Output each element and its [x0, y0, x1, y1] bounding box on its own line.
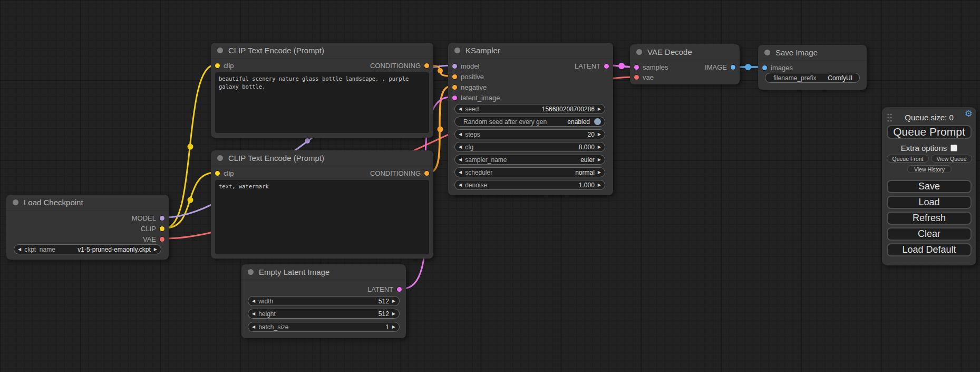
node-empty-latent-image[interactable]: Empty Latent Image LATENT ◀ width 512 ▶ … — [241, 264, 406, 338]
left-arrow-icon[interactable]: ◀ — [252, 312, 255, 316]
right-arrow-icon[interactable]: ▶ — [154, 247, 157, 252]
node-title-bar[interactable]: CLIP Text Encode (Prompt) — [211, 43, 433, 59]
node-title-bar[interactable]: Save Image — [758, 45, 867, 61]
node-vae-decode[interactable]: VAE Decode samples IMAGE vae — [630, 44, 740, 84]
collapse-dot-icon[interactable] — [636, 49, 642, 55]
negative-prompt-textarea[interactable]: text, watermark — [215, 180, 429, 254]
save-button[interactable]: Save — [887, 180, 972, 193]
clip-port[interactable] — [160, 226, 164, 231]
link-dot-model[interactable] — [305, 138, 310, 144]
left-arrow-icon[interactable]: ◀ — [252, 325, 255, 329]
right-arrow-icon[interactable]: ▶ — [598, 145, 601, 149]
left-arrow-icon[interactable]: ◀ — [18, 247, 21, 252]
link-dot-samples[interactable] — [618, 63, 625, 69]
node-clip-text-encode-positive[interactable]: CLIP Text Encode (Prompt) clip CONDITION… — [211, 43, 433, 138]
vae-port[interactable] — [160, 237, 164, 242]
width-widget[interactable]: ◀ width 512 ▶ — [248, 296, 400, 306]
node-title-bar[interactable]: CLIP Text Encode (Prompt) — [211, 150, 433, 166]
extra-options-checkbox[interactable] — [950, 145, 957, 151]
output-slot-image: IMAGE — [705, 63, 735, 71]
seed-widget[interactable]: ◀ seed 156680208700286 ▶ — [454, 104, 605, 114]
node-save-image[interactable]: Save Image images filename_prefix ComfyU… — [758, 45, 867, 90]
right-arrow-icon[interactable]: ▶ — [598, 107, 601, 111]
latent-port[interactable] — [634, 65, 639, 70]
model-port[interactable] — [452, 64, 457, 69]
node-title-bar[interactable]: Load Checkpoint — [6, 195, 169, 211]
right-arrow-icon[interactable]: ▶ — [598, 158, 601, 162]
input-slot-vae: vae — [634, 72, 735, 82]
latent-port[interactable] — [452, 96, 457, 100]
steps-widget[interactable]: ◀ steps 20 ▶ — [454, 129, 605, 139]
input-slot-images: images — [762, 63, 862, 72]
view-history-button[interactable]: View History — [907, 165, 952, 173]
view-queue-button[interactable]: View Queue — [931, 155, 972, 163]
left-arrow-icon[interactable]: ◀ — [459, 158, 462, 162]
conditioning-port[interactable] — [452, 74, 457, 79]
queue-front-button[interactable]: Queue Front — [887, 155, 929, 163]
load-button[interactable]: Load — [887, 196, 972, 209]
settings-gear-icon[interactable]: ⚙ — [965, 109, 973, 118]
left-arrow-icon[interactable]: ◀ — [459, 170, 462, 175]
model-port[interactable] — [160, 216, 164, 221]
positive-prompt-textarea[interactable]: beautiful scenery nature glass bottle la… — [215, 72, 429, 133]
node-title: Load Checkpoint — [24, 198, 83, 207]
conditioning-port[interactable] — [452, 85, 457, 90]
image-port[interactable] — [731, 65, 735, 70]
cfg-widget[interactable]: ◀ cfg 8.000 ▶ — [454, 142, 605, 152]
link-dot-clip-positive[interactable] — [188, 144, 193, 150]
refresh-button[interactable]: Refresh — [887, 212, 972, 225]
batch-size-widget[interactable]: ◀ batch_size 1 ▶ — [248, 322, 400, 332]
latent-port[interactable] — [397, 287, 402, 292]
height-widget[interactable]: ◀ height 512 ▶ — [248, 309, 400, 319]
conditioning-port[interactable] — [424, 171, 429, 176]
collapse-dot-icon[interactable] — [13, 199, 18, 205]
clip-port[interactable] — [215, 63, 220, 68]
vae-port[interactable] — [634, 75, 639, 80]
right-arrow-icon[interactable]: ▶ — [598, 183, 601, 187]
link-dot-positive[interactable] — [438, 68, 443, 73]
collapse-dot-icon[interactable] — [217, 155, 223, 161]
node-title-bar[interactable]: KSampler — [448, 43, 613, 59]
denoise-widget[interactable]: ◀ denoise 1.000 ▶ — [454, 180, 605, 190]
collapse-dot-icon[interactable] — [248, 269, 254, 275]
scheduler-widget[interactable]: ◀ scheduler normal ▶ — [454, 167, 605, 177]
conditioning-port[interactable] — [424, 63, 429, 68]
link-dot-image[interactable] — [745, 64, 751, 70]
queue-prompt-button[interactable]: Queue Prompt — [887, 125, 972, 139]
link-dot-negative[interactable] — [438, 127, 443, 132]
left-arrow-icon[interactable]: ◀ — [459, 183, 462, 187]
right-arrow-icon[interactable]: ▶ — [392, 325, 395, 329]
sampler-name-widget[interactable]: ◀ sampler_name euler ▶ — [454, 155, 605, 165]
toggle-icon[interactable] — [594, 118, 601, 125]
node-title: CLIP Text Encode (Prompt) — [228, 154, 324, 163]
right-arrow-icon[interactable]: ▶ — [392, 299, 395, 303]
right-arrow-icon[interactable]: ▶ — [598, 132, 601, 137]
left-arrow-icon[interactable]: ◀ — [459, 107, 462, 111]
node-load-checkpoint[interactable]: Load Checkpoint MODEL CLIP VAE ◀ ckpt_na… — [6, 195, 169, 260]
slot-label: model — [461, 62, 479, 70]
image-port[interactable] — [762, 65, 767, 70]
random-seed-toggle-widget[interactable]: Random seed after every gen enabled — [454, 117, 605, 127]
node-title-bar[interactable]: VAE Decode — [630, 44, 740, 60]
node-graph-canvas[interactable]: Load Checkpoint MODEL CLIP VAE ◀ ckpt_na… — [0, 0, 980, 372]
filename-prefix-widget[interactable]: filename_prefix ComfyUI — [765, 73, 860, 83]
collapse-dot-icon[interactable] — [764, 50, 770, 55]
output-slot-latent: LATENT — [575, 62, 609, 70]
collapse-dot-icon[interactable] — [454, 47, 460, 53]
right-arrow-icon[interactable]: ▶ — [392, 312, 395, 316]
slot-label: CLIP — [141, 225, 156, 233]
left-arrow-icon[interactable]: ◀ — [459, 132, 462, 137]
node-ksampler[interactable]: KSampler model LATENT positive negative … — [448, 43, 613, 195]
right-arrow-icon[interactable]: ▶ — [598, 170, 601, 175]
node-title-bar[interactable]: Empty Latent Image — [241, 264, 406, 280]
latent-port[interactable] — [604, 64, 609, 69]
left-arrow-icon[interactable]: ◀ — [459, 145, 462, 149]
collapse-dot-icon[interactable] — [217, 47, 223, 53]
node-clip-text-encode-negative[interactable]: CLIP Text Encode (Prompt) clip CONDITION… — [211, 150, 433, 259]
link-dot-clip-negative[interactable] — [188, 197, 193, 203]
clear-button[interactable]: Clear — [887, 227, 972, 241]
ckpt-name-widget[interactable]: ◀ ckpt_name v1-5-pruned-emaonly.ckpt ▶ — [14, 244, 161, 254]
load-default-button[interactable]: Load Default — [887, 243, 972, 256]
left-arrow-icon[interactable]: ◀ — [252, 299, 255, 303]
clip-port[interactable] — [215, 171, 220, 176]
